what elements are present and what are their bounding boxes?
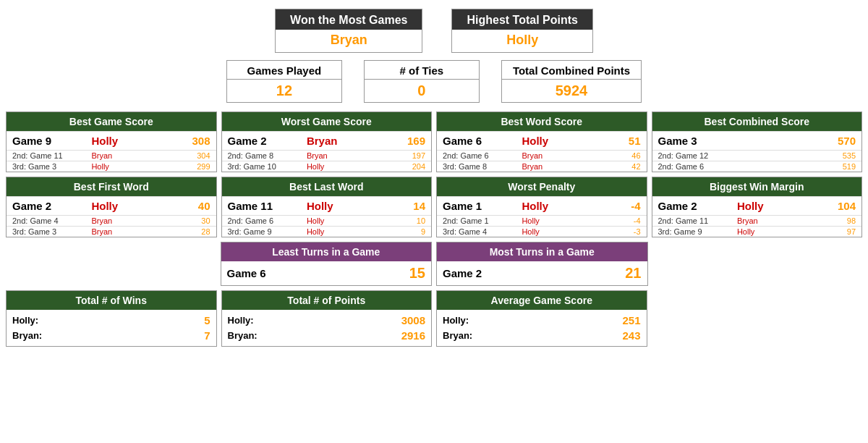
best-first-sub2-score: 28 xyxy=(158,227,210,236)
best-first-sub1-score: 30 xyxy=(158,216,210,225)
best-last-sub1-score: 10 xyxy=(373,216,425,225)
highest-points-value: Holly xyxy=(452,30,592,52)
worst-game-sub2-player: Holly xyxy=(307,162,373,171)
won-most-games-card: Won the Most Games Bryan xyxy=(275,9,422,53)
best-first-main-row: Game 2 Holly 40 xyxy=(7,196,216,215)
best-game-main-row: Game 9 Holly 308 xyxy=(7,131,216,150)
best-word-main-row: Game 6 Holly 51 xyxy=(437,131,647,150)
best-word-main-score: 51 xyxy=(588,135,641,147)
biggest-win-main-game: Game 2 xyxy=(658,200,737,212)
avg-score-header: Average Game Score xyxy=(437,291,647,310)
biggest-win-card: Biggest Win Margin Game 2 Holly 104 2nd:… xyxy=(652,177,863,237)
worst-penalty-sub1-player: Holly xyxy=(522,216,587,225)
least-turns-row: Game 6 15 xyxy=(221,261,432,285)
worst-penalty-card: Worst Penalty Game 1 Holly -4 2nd: Game … xyxy=(436,177,647,237)
best-first-sub2-game: 3rd: Game 3 xyxy=(12,227,91,236)
best-first-header: Best First Word xyxy=(7,177,216,196)
best-first-main-game: Game 2 xyxy=(12,200,91,212)
worst-game-sub2-game: 3rd: Game 10 xyxy=(228,162,307,171)
worst-game-sub1-game: 2nd: Game 8 xyxy=(228,151,307,160)
combined-points-value: 5924 xyxy=(502,80,641,102)
highest-points-card: Highest Total Points Holly xyxy=(451,9,592,53)
biggest-win-sub2-player: Holly xyxy=(737,227,803,236)
best-last-sub2-player: Holly xyxy=(307,227,373,236)
worst-penalty-main-row: Game 1 Holly -4 xyxy=(437,196,647,215)
best-combined-sub1-row: 2nd: Game 12 535 xyxy=(652,150,862,161)
total-points-player2-row: Bryan: 2916 xyxy=(228,328,426,343)
best-game-sub2-game: 3rd: Game 3 xyxy=(12,162,91,171)
best-last-sub2-score: 9 xyxy=(373,227,425,236)
worst-penalty-sub2-score: -3 xyxy=(588,227,641,236)
total-wins-body: Holly: 5 Bryan: 7 xyxy=(7,310,216,346)
best-first-main-score: 40 xyxy=(158,200,210,212)
avg-score-player2-label: Bryan: xyxy=(443,330,622,341)
biggest-win-sub2-game: 3rd: Game 9 xyxy=(658,227,737,236)
best-last-main-game: Game 11 xyxy=(228,200,307,212)
worst-penalty-header: Worst Penalty xyxy=(437,177,647,196)
biggest-win-main-score: 104 xyxy=(803,200,856,212)
best-combined-sub2-row: 2nd: Game 6 519 xyxy=(652,161,862,172)
avg-score-player1-label: Holly: xyxy=(443,315,622,326)
best-word-sub1-row: 2nd: Game 6 Bryan 46 xyxy=(437,150,647,161)
total-wins-player2-label: Bryan: xyxy=(12,330,204,341)
biggest-win-header: Biggest Win Margin xyxy=(652,177,862,196)
worst-game-sub2-row: 3rd: Game 10 Holly 204 xyxy=(222,161,432,172)
avg-score-card: Average Game Score Holly: 251 Bryan: 243 xyxy=(436,290,647,347)
best-combined-main-row: Game 3 570 xyxy=(652,131,862,150)
biggest-win-main-player: Holly xyxy=(737,200,803,212)
best-game-score-card: Best Game Score Game 9 Holly 308 2nd: Ga… xyxy=(6,111,217,172)
best-combined-sub2-score: 519 xyxy=(803,162,856,171)
best-combined-main-score: 570 xyxy=(803,135,856,147)
best-last-sub2-game: 3rd: Game 9 xyxy=(228,227,307,236)
biggest-win-sub1-score: 98 xyxy=(803,216,856,225)
least-turns-header: Least Turns in a Game xyxy=(221,242,432,261)
most-turns-card: Most Turns in a Game Game 2 21 xyxy=(436,242,648,286)
total-points-player2-value: 2916 xyxy=(401,329,425,342)
total-points-player2-label: Bryan: xyxy=(228,330,401,341)
best-word-sub1-score: 46 xyxy=(588,151,641,160)
best-word-sub1-player: Bryan xyxy=(522,151,587,160)
worst-game-score-card: Worst Game Score Game 2 Bryan 169 2nd: G… xyxy=(221,111,433,172)
best-combined-sub2-game: 2nd: Game 6 xyxy=(658,162,737,171)
worst-game-main-row: Game 2 Bryan 169 xyxy=(222,131,432,150)
total-wins-player1-value: 5 xyxy=(204,314,210,326)
best-last-sub1-game: 2nd: Game 6 xyxy=(228,216,307,225)
best-game-sub1-player: Bryan xyxy=(91,151,157,160)
best-last-header: Best Last Word xyxy=(222,177,432,196)
most-turns-score: 21 xyxy=(625,265,641,282)
best-first-sub1-game: 2nd: Game 4 xyxy=(12,216,91,225)
worst-penalty-sub2-game: 3rd: Game 4 xyxy=(443,227,522,236)
total-points-player1-label: Holly: xyxy=(228,315,401,326)
worst-penalty-main-score: -4 xyxy=(588,200,641,212)
worst-game-main-player: Bryan xyxy=(307,135,373,147)
best-game-header: Best Game Score xyxy=(7,112,216,131)
avg-score-body: Holly: 251 Bryan: 243 xyxy=(437,310,647,346)
best-word-main-game: Game 6 xyxy=(443,135,522,147)
best-first-sub1-row: 2nd: Game 4 Bryan 30 xyxy=(7,215,216,226)
empty-cell xyxy=(652,290,863,347)
won-most-games-value: Bryan xyxy=(276,30,422,52)
worst-game-header: Worst Game Score xyxy=(222,112,432,131)
best-combined-sub1-score: 535 xyxy=(803,151,856,160)
worst-penalty-main-player: Holly xyxy=(522,200,587,212)
best-last-sub2-row: 3rd: Game 9 Holly 9 xyxy=(222,226,432,237)
combined-points-title: Total Combined Points xyxy=(502,61,641,80)
avg-score-player1-value: 251 xyxy=(622,314,640,326)
best-first-sub2-player: Bryan xyxy=(91,227,157,236)
biggest-win-sub1-row: 2nd: Game 11 Bryan 98 xyxy=(652,215,862,226)
games-played-value: 12 xyxy=(227,80,341,102)
combined-points-card: Total Combined Points 5924 xyxy=(501,60,642,103)
best-last-sub1-player: Holly xyxy=(307,216,373,225)
ties-title: # of Ties xyxy=(365,61,479,80)
ties-card: # of Ties 0 xyxy=(364,60,480,103)
worst-penalty-sub1-row: 2nd: Game 1 Holly -4 xyxy=(437,215,647,226)
best-word-score-card: Best Word Score Game 6 Holly 51 2nd: Gam… xyxy=(436,111,647,172)
best-game-main-score: 308 xyxy=(158,135,210,147)
least-turns-score: 15 xyxy=(409,265,425,282)
worst-game-sub2-score: 204 xyxy=(373,162,425,171)
most-turns-game: Game 2 xyxy=(443,267,625,279)
avg-score-player2-row: Bryan: 243 xyxy=(443,328,641,343)
best-combined-header: Best Combined Score xyxy=(652,112,862,131)
least-turns-game: Game 6 xyxy=(227,267,409,279)
best-game-main-player: Holly xyxy=(91,135,157,147)
